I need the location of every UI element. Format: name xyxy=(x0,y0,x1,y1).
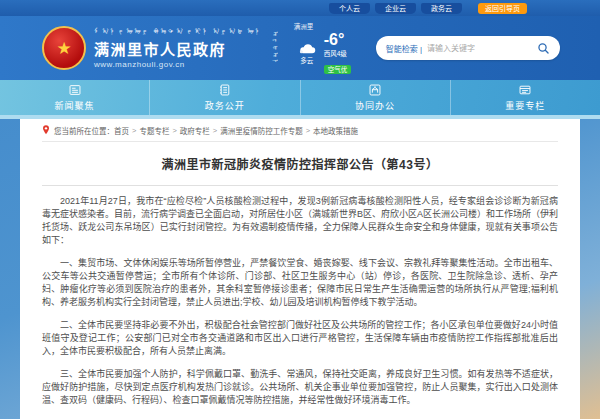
weather-widget: 满洲里 多云 -6° 西风4级 空气优 xyxy=(294,21,376,76)
tab-government-cloud[interactable]: 政务云 xyxy=(421,3,462,14)
building-icon xyxy=(368,83,382,97)
nav-item-news[interactable]: 新闻聚焦 xyxy=(0,80,149,115)
manzhouli-gov-page: 个人云 企业云 政务云 返回引导页 ★ ᠮᠠᠨᠵᠤᠤᠷ ᠬᠣᠲᠠ ᠶᠢᠨ ᠠᠷᠠ… xyxy=(0,0,600,419)
breadcrumb-gov-column[interactable]: 政府专栏 xyxy=(180,125,210,136)
nav-label: 重要专栏 xyxy=(505,99,545,112)
breadcrumb-epidemic-topic[interactable]: 满洲里疫情防控工作专题 xyxy=(220,125,303,136)
breadcrumb-separator: > xyxy=(213,126,217,135)
newspaper-icon xyxy=(68,83,82,97)
nav-item-gov-disclosure[interactable]: 政务公开 xyxy=(149,80,299,115)
national-emblem-icon: ★ xyxy=(42,26,86,70)
weather-condition: 多云 xyxy=(294,55,320,65)
main-nav: 新闻聚焦 政务公开 协同办公 xyxy=(0,80,600,115)
breadcrumb-prefix: 您当前所在位置： xyxy=(54,125,114,136)
cloud-icon xyxy=(294,42,320,54)
logo-text: ᠮᠠᠨᠵᠤᠤᠷ ᠬᠣᠲᠠ ᠶᠢᠨ ᠠᠷᠠᠳ ᠤᠨ ᠵᠠᠰᠠᠭ 满洲里市人民政府 … xyxy=(94,27,265,69)
breadcrumb-special-topics[interactable]: 专题专栏 xyxy=(139,125,169,136)
search-input[interactable] xyxy=(427,44,537,53)
breadcrumb-current: 本地政策措施 xyxy=(313,125,358,136)
weather-row: 多云 -6° 西风4级 空气优 xyxy=(294,32,376,76)
top-utility-bar: 个人云 企业云 政务云 返回引导页 xyxy=(0,0,600,16)
content-panel: 您当前所在位置： 首页 > 专题专栏 > 政府专栏 > 满洲里疫情防控工作专题 … xyxy=(20,119,580,419)
columns-icon xyxy=(518,83,532,97)
title-divider xyxy=(42,185,558,186)
article-paragraph-intro: 2021年11月27日，我市在“应检尽检”人员核酸检测过程中，发现3例新冠病毒核… xyxy=(42,195,558,247)
search-label: 智能检索 | xyxy=(386,43,422,54)
breadcrumb-separator: > xyxy=(306,126,310,135)
air-quality-badge: 空气优 xyxy=(324,65,352,74)
weather-left: 多云 xyxy=(294,42,320,65)
nav-label: 协同办公 xyxy=(355,99,395,112)
site-logo[interactable]: ★ ᠮᠠᠨᠵᠤᠤᠷ ᠬᠣᠲᠠ ᠶᠢᠨ ᠠᠷᠠᠳ ᠤᠨ ᠵᠠᠰᠠᠭ 满洲里市人民政… xyxy=(42,26,278,70)
return-guide-button[interactable]: 返回引导页 xyxy=(478,3,527,14)
tab-enterprise-cloud[interactable]: 企业云 xyxy=(375,3,416,14)
breadcrumb-separator: > xyxy=(172,126,176,135)
nav-label: 政务公开 xyxy=(205,99,245,112)
tab-personal-cloud[interactable]: 个人云 xyxy=(329,3,370,14)
location-pin-icon xyxy=(42,125,50,135)
weather-right: -6° 西风4级 空气优 xyxy=(324,32,352,76)
nav-item-collaboration[interactable]: 协同办公 xyxy=(300,80,450,115)
emblem-star: ★ xyxy=(56,40,71,57)
nav-label: 新闻聚焦 xyxy=(55,99,95,112)
document-icon xyxy=(218,83,232,97)
article-paragraph-item1: 一、集贸市场、文体休闲娱乐等场所暂停营业，严禁餐饮堂食、婚丧嫁娶、线下会议、宗教… xyxy=(42,257,558,309)
site-header: ★ ᠮᠠᠨᠵᠤᠤᠷ ᠬᠣᠲᠠ ᠶᠢᠨ ᠠᠷᠠᠳ ᠤᠨ ᠵᠠᠰᠠᠭ 满洲里市人民政… xyxy=(0,16,600,80)
breadcrumb-home[interactable]: 首页 xyxy=(114,125,129,136)
mongolian-script: ᠮᠠᠨᠵᠤᠤᠷ ᠬᠣᠲᠠ ᠶᠢᠨ ᠠᠷᠠᠳ ᠤᠨ ᠵᠠᠰᠠᠭ xyxy=(94,27,265,37)
weather-wind: 西风4级 xyxy=(324,48,352,58)
search-bar: 智能检索 | xyxy=(376,36,560,60)
search-icon[interactable] xyxy=(537,42,550,55)
site-url: www.manzhouli.gov.cn xyxy=(94,60,265,69)
breadcrumb-separator: > xyxy=(132,126,136,135)
weather-city: 满洲里 xyxy=(294,21,376,31)
mongolian-side-script: ᠣᠷᠳᠣᠨ xyxy=(272,31,278,65)
weather-temperature: -6° xyxy=(324,32,352,47)
article-paragraph-item2: 二、全体市民要坚持非必要不外出，积极配合社会管控部门做好社区及公共场所的管控工作… xyxy=(42,319,558,358)
article-paragraph-item3: 三、全体市民要加强个人防护，科学佩戴口罩、勤洗手、常通风，保持社交距离，养成良好… xyxy=(42,368,558,407)
breadcrumb: 您当前所在位置： 首页 > 专题专栏 > 政府专栏 > 满洲里疫情防控工作专题 … xyxy=(42,119,558,142)
nav-item-columns[interactable]: 重要专栏 xyxy=(450,80,600,115)
site-name: 满洲里市人民政府 xyxy=(94,38,265,59)
article-title: 满洲里市新冠肺炎疫情防控指挥部公告（第43号） xyxy=(42,155,558,172)
